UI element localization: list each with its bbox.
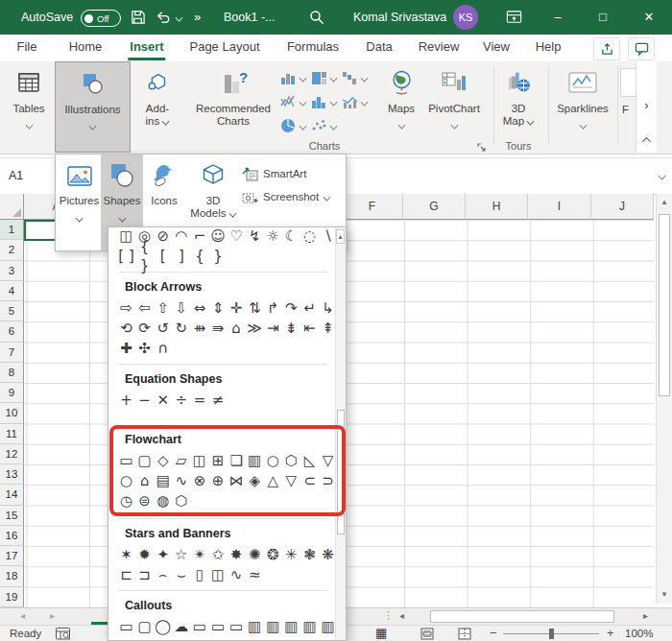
shape-icon[interactable]: ❏	[228, 451, 246, 470]
shape-icon[interactable]: ≠	[208, 391, 227, 410]
row-header-5[interactable]: 5	[0, 301, 24, 321]
zoom-out-button[interactable]: −	[490, 626, 497, 641]
recommended-charts-button[interactable]: ? Recommended Charts	[188, 61, 278, 148]
shape-icon[interactable]: ÷	[172, 391, 190, 410]
combo-chart-button[interactable]	[342, 91, 372, 112]
shape-icon[interactable]: ↱	[264, 298, 282, 318]
shape-icon[interactable]: ◺	[300, 451, 319, 470]
shape-icon[interactable]: ↻	[172, 319, 190, 338]
shape-icon[interactable]: ⇛	[208, 319, 227, 338]
row-header-18[interactable]: 18	[0, 566, 24, 586]
shape-icon[interactable]: ✶	[117, 545, 135, 564]
minimize-button[interactable]: –	[543, 0, 572, 35]
column-header-h[interactable]: H	[466, 194, 528, 220]
row-header-7[interactable]: 7	[0, 343, 24, 363]
shape-icon[interactable]: ☾	[282, 226, 300, 246]
shapes-panel-scrollbar[interactable]: ▴	[335, 227, 346, 640]
shape-icon[interactable]: ⊗	[190, 471, 208, 490]
shape-icon[interactable]: ▱	[172, 451, 190, 470]
shape-icon[interactable]: ⇧	[154, 298, 172, 318]
shape-icon[interactable]: ✴	[190, 545, 208, 564]
column-header-i[interactable]: I	[528, 194, 591, 220]
shape-icon[interactable]: ◯	[154, 617, 172, 636]
shape-icon[interactable]: ◫	[208, 565, 227, 584]
shape-icon[interactable]: ⊜	[135, 491, 154, 510]
shape-icon[interactable]: ○	[264, 451, 282, 470]
shape-icon[interactable]: ⊕	[208, 471, 227, 490]
shape-icon[interactable]: ◫	[190, 451, 208, 470]
shape-icon[interactable]: ⇕	[208, 298, 227, 318]
shape-icon[interactable]: ▥	[264, 617, 282, 636]
shape-icon[interactable]: ☁	[172, 617, 190, 636]
shape-icon[interactable]: ≫	[246, 319, 264, 338]
shape-icon[interactable]: ▭	[190, 617, 208, 636]
shape-icon[interactable]: ⇅	[246, 298, 264, 318]
shape-icon[interactable]: ▭	[117, 451, 135, 470]
shape-icon[interactable]: ⊞	[208, 451, 227, 470]
shape-icon[interactable]: ≈	[246, 565, 264, 584]
shape-icon[interactable]: ⊘	[154, 226, 172, 246]
pivotchart-button[interactable]: PivotChart	[425, 61, 483, 148]
row-header-19[interactable]: 19	[0, 587, 24, 607]
zoom-level[interactable]: 100%	[625, 626, 653, 641]
tab-insert[interactable]: Insert	[127, 35, 166, 61]
column-header-j[interactable]: J	[591, 194, 654, 220]
shape-icon[interactable]: {	[190, 247, 208, 266]
tab-home[interactable]: Home	[66, 35, 106, 61]
row-header-1[interactable]: 1	[0, 220, 24, 240]
shape-icon[interactable]: ⇤	[300, 319, 319, 338]
tables-button[interactable]: Tables	[6, 61, 52, 148]
row-header-13[interactable]: 13	[0, 464, 24, 485]
waterfall-chart-button[interactable]	[342, 67, 372, 88]
collapse-ribbon-icon[interactable]	[642, 137, 651, 146]
shape-icon[interactable]: ▭	[117, 617, 135, 636]
shape-icon[interactable]: ▥	[246, 451, 264, 470]
shape-icon[interactable]: ⇟	[282, 319, 300, 338]
shape-icon[interactable]: ◌	[300, 226, 319, 246]
zoom-in-button[interactable]: +	[607, 626, 614, 641]
shape-icon[interactable]: ⌂	[135, 471, 154, 490]
shape-icon[interactable]: ☼	[264, 226, 282, 246]
formula-bar-expand-icon[interactable]	[659, 173, 666, 180]
search-icon[interactable]	[309, 10, 324, 28]
tab-data[interactable]: Data	[363, 35, 395, 61]
scroll-up-icon[interactable]: ▴	[657, 194, 672, 210]
shape-icon[interactable]: ◇	[154, 451, 172, 470]
row-header-4[interactable]: 4	[0, 281, 24, 301]
normal-view-button[interactable]: ▦	[375, 626, 387, 641]
shape-icon[interactable]: ⌐	[190, 226, 208, 246]
shape-icon[interactable]: ⌢	[154, 565, 172, 584]
name-box[interactable]: A1	[0, 158, 60, 193]
row-header-12[interactable]: 12	[0, 444, 24, 464]
shape-icon[interactable]: ▭	[208, 617, 227, 636]
row-header-3[interactable]: 3	[0, 261, 24, 281]
user-name[interactable]: Komal Srivastava	[353, 0, 446, 35]
select-all-button[interactable]	[0, 194, 24, 220]
shape-icon[interactable]: [	[154, 247, 172, 266]
shape-icon[interactable]: ▯	[190, 565, 208, 584]
shape-icon[interactable]: ⇩	[172, 298, 190, 318]
shape-icon[interactable]: ⋈	[228, 471, 246, 490]
shape-icon[interactable]: ❃	[300, 545, 319, 564]
tab-view[interactable]: View	[480, 35, 513, 61]
shape-icon[interactable]: { }	[135, 237, 154, 275]
shapes-scroll-thumb[interactable]	[337, 410, 345, 534]
shape-icon[interactable]: ⌂	[228, 319, 246, 338]
shape-icon[interactable]: ]	[172, 247, 190, 266]
row-header-8[interactable]: 8	[0, 363, 24, 383]
undo-chevron-icon[interactable]	[176, 14, 183, 22]
shape-icon[interactable]: ⬡	[282, 451, 300, 470]
shape-icon[interactable]: ◍	[154, 491, 172, 510]
shape-icon[interactable]: ⇨	[117, 298, 135, 318]
shape-icon[interactable]: ▽	[282, 471, 300, 490]
shape-icon[interactable]: ✹	[135, 545, 154, 564]
comments-button[interactable]	[628, 37, 655, 60]
shape-icon[interactable]: ✦	[154, 545, 172, 564]
shape-icon[interactable]: =	[190, 391, 208, 410]
sheet-prev-icon[interactable]: ◂	[20, 610, 25, 621]
shape-icon[interactable]: ⇔	[190, 298, 208, 318]
linescatter-chart-button[interactable]	[280, 91, 311, 112]
shape-icon[interactable]: ▢	[135, 617, 154, 636]
tab-review[interactable]: Review	[416, 35, 463, 61]
ribbon-display-options-icon[interactable]	[506, 10, 522, 28]
